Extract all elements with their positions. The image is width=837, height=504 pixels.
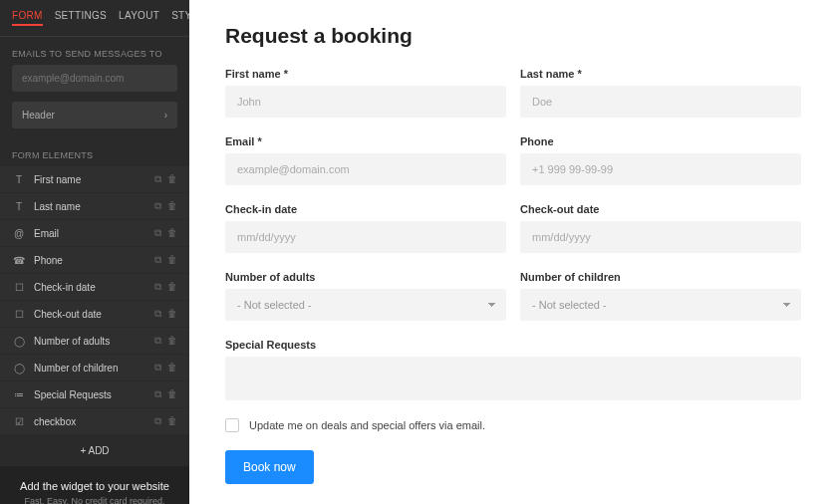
element-label: Last name (34, 201, 154, 212)
input-email[interactable] (225, 153, 506, 185)
element-row-8[interactable]: ≔Special Requests⧉🗑 (0, 381, 189, 408)
field-special-requests: Special Requests (225, 339, 801, 400)
delete-icon[interactable]: 🗑 (167, 254, 177, 266)
element-label: Email (34, 228, 154, 239)
input-check-out[interactable] (520, 221, 801, 253)
field-children: Number of children - Not selected - (520, 271, 801, 321)
element-row-7[interactable]: ◯Number of children⧉🗑 (0, 355, 189, 381)
element-type-icon: ◯ (12, 336, 26, 347)
element-row-4[interactable]: ☐Check-in date⧉🗑 (0, 274, 189, 301)
form-grid: First name * Last name * Email * Phone C… (225, 68, 801, 400)
sidebar-tabs: FORM SETTINGS LAYOUT STYLE (0, 0, 189, 37)
select-children[interactable]: - Not selected - (520, 289, 801, 321)
emails-label: EMAILS TO SEND MESSAGES TO (0, 37, 189, 65)
field-adults: Number of adults - Not selected - (225, 271, 506, 321)
element-label: Check-in date (34, 282, 154, 293)
duplicate-icon[interactable]: ⧉ (154, 200, 161, 212)
delete-icon[interactable]: 🗑 (167, 281, 177, 293)
footer-title: Add the widget to your website (12, 480, 177, 492)
field-email: Email * (225, 135, 506, 185)
sidebar-footer: Add the widget to your website Fast. Eas… (0, 466, 189, 504)
delete-icon[interactable]: 🗑 (167, 227, 177, 239)
element-type-icon: ☐ (12, 309, 26, 320)
element-row-9[interactable]: ☑checkbox⧉🗑 (0, 408, 189, 435)
duplicate-icon[interactable]: ⧉ (154, 281, 161, 293)
field-check-in: Check-in date (225, 203, 506, 253)
checkbox-updates[interactable] (225, 418, 239, 432)
delete-icon[interactable]: 🗑 (167, 362, 177, 374)
field-phone: Phone (520, 135, 801, 185)
form-title: Request a booking (225, 24, 801, 48)
header-section[interactable]: Header › (12, 102, 177, 128)
element-row-1[interactable]: TLast name⧉🗑 (0, 193, 189, 220)
field-last-name: Last name * (520, 68, 801, 118)
element-label: Check-out date (34, 309, 154, 320)
header-label: Header (22, 110, 55, 121)
checkbox-label: Update me on deals and special offers vi… (249, 419, 485, 431)
add-element-button[interactable]: + ADD (0, 435, 189, 466)
element-row-0[interactable]: TFirst name⧉🗑 (0, 166, 189, 193)
delete-icon[interactable]: 🗑 (167, 335, 177, 347)
duplicate-icon[interactable]: ⧉ (154, 388, 161, 400)
submit-button[interactable]: Book now (225, 450, 314, 484)
input-check-in[interactable] (225, 221, 506, 253)
tab-form[interactable]: FORM (12, 10, 43, 26)
duplicate-icon[interactable]: ⧉ (154, 362, 161, 374)
delete-icon[interactable]: 🗑 (167, 173, 177, 185)
element-label: checkbox (34, 416, 154, 427)
tab-layout[interactable]: LAYOUT (119, 10, 159, 26)
element-type-icon: ◯ (12, 363, 26, 374)
sidebar: FORM SETTINGS LAYOUT STYLE EMAILS TO SEN… (0, 0, 189, 504)
textarea-special[interactable] (225, 357, 801, 400)
label-adults: Number of adults (225, 271, 506, 283)
checkbox-row: Update me on deals and special offers vi… (225, 418, 801, 432)
tab-style[interactable]: STYLE (171, 10, 189, 26)
element-type-icon: T (12, 201, 26, 212)
input-last-name[interactable] (520, 86, 801, 118)
element-label: Number of children (34, 363, 154, 374)
element-type-icon: ≔ (12, 389, 26, 400)
label-children: Number of children (520, 271, 801, 283)
field-check-out: Check-out date (520, 203, 801, 253)
element-row-6[interactable]: ◯Number of adults⧉🗑 (0, 328, 189, 355)
delete-icon[interactable]: 🗑 (167, 415, 177, 427)
tab-settings[interactable]: SETTINGS (55, 10, 107, 26)
select-adults[interactable]: - Not selected - (225, 289, 506, 321)
label-last-name: Last name * (520, 68, 801, 80)
element-type-icon: ☎ (12, 255, 26, 266)
element-type-icon: ☑ (12, 416, 26, 427)
element-label: Phone (34, 255, 154, 266)
label-first-name: First name * (225, 68, 506, 80)
label-email: Email * (225, 135, 506, 147)
element-type-icon: ☐ (12, 282, 26, 293)
element-label: Number of adults (34, 336, 154, 347)
label-phone: Phone (520, 135, 801, 147)
duplicate-icon[interactable]: ⧉ (154, 335, 161, 347)
form-elements-label: FORM ELEMENTS (0, 138, 189, 166)
duplicate-icon[interactable]: ⧉ (154, 227, 161, 239)
input-phone[interactable] (520, 153, 801, 185)
element-label: Special Requests (34, 389, 154, 400)
duplicate-icon[interactable]: ⧉ (154, 173, 161, 185)
emails-input[interactable] (12, 65, 177, 92)
element-row-2[interactable]: @Email⧉🗑 (0, 220, 189, 247)
element-type-icon: @ (12, 228, 26, 239)
label-check-in: Check-in date (225, 203, 506, 215)
element-list: TFirst name⧉🗑TLast name⧉🗑@Email⧉🗑☎Phone⧉… (0, 166, 189, 435)
element-row-3[interactable]: ☎Phone⧉🗑 (0, 247, 189, 274)
delete-icon[interactable]: 🗑 (167, 308, 177, 320)
duplicate-icon[interactable]: ⧉ (154, 308, 161, 320)
label-check-out: Check-out date (520, 203, 801, 215)
duplicate-icon[interactable]: ⧉ (154, 415, 161, 427)
footer-subtitle: Fast. Easy. No credit card required. (12, 496, 177, 504)
preview-canvas: Request a booking First name * Last name… (189, 0, 837, 504)
label-special: Special Requests (225, 339, 801, 351)
chevron-right-icon: › (164, 110, 167, 121)
delete-icon[interactable]: 🗑 (167, 388, 177, 400)
element-type-icon: T (12, 174, 26, 185)
duplicate-icon[interactable]: ⧉ (154, 254, 161, 266)
element-row-5[interactable]: ☐Check-out date⧉🗑 (0, 301, 189, 328)
input-first-name[interactable] (225, 86, 506, 118)
field-first-name: First name * (225, 68, 506, 118)
delete-icon[interactable]: 🗑 (167, 200, 177, 212)
